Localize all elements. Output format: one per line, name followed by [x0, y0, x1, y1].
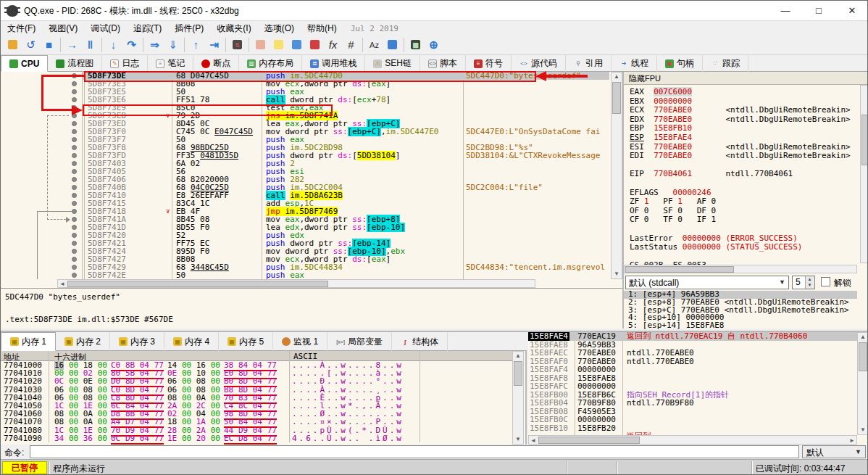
comment-icon[interactable] — [270, 36, 288, 54]
scroll-thumb[interactable] — [514, 361, 522, 386]
tab-日志[interactable]: ✎日志 — [102, 55, 148, 72]
breakpoint-dot-icon[interactable] — [72, 273, 77, 278]
tab-句柄[interactable]: ▣句柄 — [657, 55, 703, 72]
menu-f[interactable]: 文件(F) — [1, 21, 42, 36]
scroll-down-icon[interactable]: ▼ — [513, 436, 523, 443]
tab-监视-1[interactable]: 监视 1 — [273, 332, 327, 351]
tab-调用堆栈[interactable]: ≣调用堆栈 — [302, 55, 365, 72]
menu-i[interactable]: 收藏夹(I) — [210, 21, 257, 36]
breakpoint-dot-icon[interactable] — [72, 153, 77, 158]
stepper-arrows-icon[interactable]: ▲▼ — [805, 276, 814, 289]
menu-o[interactable]: 选项(O) — [258, 21, 301, 36]
step-down-icon[interactable]: ⇓ — [164, 36, 182, 54]
arg-count-stepper[interactable]: 5 ▲▼ — [792, 276, 815, 289]
tab-内存-2[interactable]: ▦内存 2 — [56, 332, 110, 351]
scroll-thumb[interactable] — [625, 266, 734, 273]
restart-icon[interactable]: ↺ — [22, 36, 40, 54]
tab-跟踪[interactable]: ∵跟踪 — [703, 55, 748, 72]
scroll-up-icon[interactable]: ▲ — [612, 73, 622, 80]
pause-icon[interactable]: ‖ — [81, 36, 99, 54]
command-profile-select[interactable]: 默认 ▼ — [802, 445, 866, 458]
breakpoint-dot-icon[interactable] — [72, 97, 77, 102]
stop-icon[interactable]: ■ — [40, 36, 58, 54]
stack-row[interactable]: 15E8FAEC770EABE0ntdll.770EABE0 — [528, 349, 857, 358]
breakpoint-dot-icon[interactable] — [72, 265, 77, 270]
scroll-thumb[interactable] — [538, 437, 640, 444]
breakpoint-dot-icon[interactable] — [72, 185, 77, 190]
menu-h[interactable]: 帮助(H) — [301, 21, 343, 36]
registers-hscrollbar[interactable] — [624, 265, 857, 273]
callconv-arg-row[interactable]: 5: [esp+14] 15E8FAE8 — [624, 322, 857, 330]
register-line[interactable]: LastStatus 00000000 (STATUS_SUCCESS) — [630, 243, 857, 252]
tab-cpu[interactable]: CPU — [1, 55, 48, 72]
step-out-icon[interactable]: ↑ — [187, 36, 205, 54]
tab-内存-5[interactable]: ▦内存 5 — [219, 332, 273, 351]
scroll-thumb[interactable] — [67, 281, 328, 287]
maximize-button[interactable]: □ — [802, 1, 835, 21]
scroll-left-icon[interactable]: ◄ — [59, 281, 66, 288]
command-input[interactable] — [30, 445, 799, 458]
stack-row[interactable]: 15E8FB0C00000000 — [528, 416, 857, 424]
breakpoint-dot-icon[interactable] — [72, 241, 77, 246]
scroll-down-icon[interactable]: ▼ — [858, 426, 868, 434]
stack-row[interactable]: 15E8FAF400000000 — [528, 365, 857, 374]
breakpoint-dot-icon[interactable] — [72, 137, 77, 142]
function-icon[interactable]: fx — [324, 36, 342, 54]
text-az-icon[interactable]: Az — [365, 36, 383, 54]
disasm-vscrollbar[interactable]: ▲ ▼ — [611, 72, 622, 279]
disassembly-view[interactable]: 5D8F73DE68 D047C45Dpush im.5DC447D05DC44… — [1, 72, 624, 279]
stack-vscrollbar[interactable]: ▲ ▼ — [857, 332, 868, 435]
breakpoint-dot-icon[interactable] — [72, 257, 77, 262]
calling-convention-select[interactable]: 默认 (stdcall) ▼ — [625, 276, 789, 289]
breakpoint-dot-icon[interactable] — [72, 121, 77, 126]
hide-fpu-button[interactable]: 隐藏FPU — [624, 72, 868, 85]
tab-符号[interactable]: ≡符号 — [466, 55, 512, 72]
tab-内存-4[interactable]: ▦内存 4 — [164, 332, 219, 351]
breakpoint-dot-icon[interactable] — [72, 193, 77, 198]
run-to-icon[interactable]: ⇒ — [146, 36, 164, 54]
settings-s-icon[interactable]: S — [228, 36, 246, 54]
tab-引用[interactable]: ⚲引用 — [566, 55, 612, 72]
scroll-down-icon[interactable]: ▼ — [612, 270, 622, 278]
tab-线程[interactable]: ➜线程 — [612, 55, 657, 72]
breakpoint-dot-icon[interactable] — [72, 161, 77, 166]
tab-脚本[interactable]: <>脚本 — [420, 55, 466, 72]
run-icon[interactable]: → — [63, 36, 81, 54]
step-into-icon[interactable]: ↓ — [104, 36, 122, 54]
dump-vscrollbar[interactable]: ▲ ▼ — [512, 351, 524, 445]
close-button[interactable]: ✕ — [835, 1, 868, 21]
breakpoint-dot-icon[interactable] — [72, 177, 77, 182]
menu-v[interactable]: 视图(V) — [42, 21, 84, 36]
stack-row[interactable]: 15E8FAFC00000000 — [528, 382, 857, 391]
calculator-icon[interactable]: ▦ — [406, 36, 425, 54]
label-icon[interactable] — [288, 36, 306, 54]
stack-hscrollbar[interactable]: ◄ ► — [528, 435, 857, 445]
tab-内存布局[interactable]: ▥内存布局 — [239, 55, 302, 72]
tab-笔记[interactable]: ≡笔记 — [148, 55, 193, 72]
menu-t[interactable]: 追踪(T) — [127, 21, 168, 36]
stack-row[interactable]: 15E8FB04770B9F80ntdll.770B9F80 — [528, 399, 857, 408]
minimize-button[interactable]: — — [769, 1, 802, 21]
breakpoint-dot-icon[interactable] — [72, 225, 77, 230]
menu-d[interactable]: 调试(D) — [84, 21, 127, 36]
step-over-icon[interactable]: ↷ — [122, 36, 141, 54]
breakpoint-dot-icon[interactable] — [72, 81, 77, 86]
disasm-hscrollbar[interactable]: ◄ — [57, 279, 535, 288]
breakpoint-dot-icon[interactable] — [72, 145, 77, 150]
open-file-icon[interactable] — [4, 36, 22, 54]
breakpoint-dot-icon[interactable] — [72, 233, 77, 238]
patch-icon[interactable] — [251, 36, 270, 54]
tab-seh链[interactable]: ⚠SEH链 — [365, 55, 420, 72]
tab-局部变量[interactable]: [x=]局部变量 — [327, 332, 392, 351]
registers-vscrollbar[interactable] — [860, 85, 868, 263]
scroll-thumb[interactable] — [612, 82, 621, 114]
scroll-left-icon[interactable]: ◄ — [530, 437, 537, 445]
unlock-checkbox[interactable] — [821, 277, 830, 286]
assemble-icon[interactable] — [383, 36, 401, 54]
tab-内存-1[interactable]: ▦内存 1 — [1, 332, 56, 351]
dump-row[interactable]: 7704109034 00 36 000C D9 04 771E 00 20 0… — [1, 434, 512, 442]
tab-内存-3[interactable]: ▦内存 3 — [110, 332, 164, 351]
stack-row[interactable]: 15E8FAE4770EAC19返回到 ntdll.770EAC19 自 ntd… — [528, 332, 857, 341]
breakpoint-dot-icon[interactable] — [72, 169, 77, 174]
tab-流程图[interactable]: 流程图 — [48, 55, 102, 72]
